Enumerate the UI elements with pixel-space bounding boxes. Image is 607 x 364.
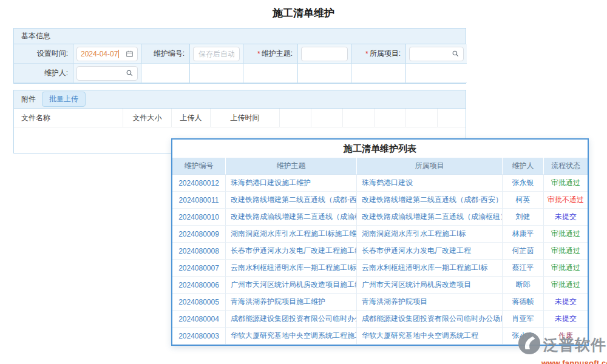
cell-maintain-no[interactable]: 2024080007 — [172, 260, 226, 277]
maintain-no-label: 维护编号: — [141, 44, 190, 64]
maintain-no-input-box — [193, 47, 240, 61]
cell-topic[interactable]: 成都能源建设集团投资有限公司临时办公场所... — [226, 311, 357, 328]
vendor-brand-text: 泛普软件 — [543, 337, 606, 352]
cell-status: 审批通过 — [544, 243, 588, 260]
table-row[interactable]: 2024080008 长春市伊通河水力发电厂改建工程施工维护 长春市伊通河水力发… — [172, 243, 588, 260]
cell-project[interactable]: 长春市伊通河水力发电厂改建工程 — [357, 243, 503, 260]
empty-cell — [141, 64, 190, 83]
cell-project[interactable]: 云南水利枢纽潜明水库一期工程施工I标 — [357, 260, 503, 277]
topic-input[interactable] — [305, 49, 344, 59]
topic-input-box — [301, 47, 348, 61]
cell-person: 张永银 — [503, 175, 544, 192]
batch-upload-button[interactable]: 批量上传 — [42, 92, 86, 107]
basic-info-section-header: 基本信息 — [14, 29, 466, 44]
table-row[interactable]: 2024080010 改建铁路成渝线增建第二直通线（成渝枢纽）... 改建铁路成… — [172, 209, 588, 226]
col-empty — [343, 109, 375, 127]
cell-topic[interactable]: 长春市伊通河水力发电厂改建工程施工维护 — [226, 243, 357, 260]
maintain-no-input[interactable] — [197, 49, 236, 59]
cell-person: 断郎 — [503, 277, 544, 294]
cell-person: 林康平 — [503, 226, 544, 243]
col-empty — [375, 109, 406, 127]
project-input[interactable] — [413, 49, 452, 59]
set-time-cell: 2024-04-07 — [73, 44, 141, 64]
cell-person: 柯英 — [503, 192, 544, 209]
cell-project[interactable]: 广州市天河区统计局机房改造项目 — [357, 277, 503, 294]
cell-topic[interactable]: 改建铁路线增建第二线直通线（成都-西安）电... — [226, 192, 357, 209]
cell-project[interactable]: 改建铁路线增建第二线直通线（成都-西安）电... — [357, 192, 503, 209]
basic-info-panel: 基本信息 设置时间: 2024-04-07 维护编号: — [13, 28, 466, 84]
cell-maintain-no[interactable]: 2024080006 — [172, 277, 226, 294]
col-project: 所属项目 — [357, 158, 503, 175]
topic-cell — [298, 44, 351, 64]
set-time-label: 设置时间: — [14, 44, 73, 64]
cell-person: 刘健 — [503, 209, 544, 226]
cell-topic[interactable]: 改建铁路成渝线增建第二直通线（成渝枢纽）... — [226, 209, 357, 226]
calendar-icon[interactable] — [126, 50, 134, 58]
cell-maintain-no[interactable]: 2024080009 — [172, 226, 226, 243]
cell-person: 何芷茵 — [503, 243, 544, 260]
table-row[interactable]: 2024080006 广州市天河区统计局机房改造项目施工维护 广州市天河区统计局… — [172, 277, 588, 294]
cell-maintain-no[interactable]: 2024080005 — [172, 294, 226, 311]
cell-project[interactable]: 珠海鹤港口建设 — [357, 175, 503, 192]
vendor-watermark: 泛普软件 www.fanpusoft.com — [517, 331, 607, 364]
search-icon[interactable] — [452, 50, 459, 58]
cell-topic[interactable]: 湖南洞庭湖水库引水工程施工I标施工维护 — [226, 226, 357, 243]
text-caret — [118, 50, 119, 58]
col-person: 维护人 — [503, 158, 544, 175]
basic-info-form: 设置时间: 2024-04-07 维护编号: * 维护主题: — [14, 44, 466, 83]
fanpu-logo-icon — [517, 331, 541, 358]
cell-status: 未提交 — [544, 311, 588, 328]
cell-person: 蒋德帧 — [503, 294, 544, 311]
cell-maintain-no[interactable]: 2024080012 — [172, 175, 226, 192]
col-file-size: 文件大小 — [123, 109, 172, 127]
cell-status: 审批不通过 — [544, 192, 588, 209]
maintainer-label: 维护人: — [14, 64, 73, 83]
maintainer-cell — [73, 64, 141, 83]
search-icon[interactable] — [126, 69, 134, 77]
cell-maintain-no[interactable]: 2024080010 — [172, 209, 226, 226]
table-row[interactable]: 2024080009 湖南洞庭湖水库引水工程施工I标施工维护 湖南洞庭湖水库引水… — [172, 226, 588, 243]
cell-status: 审批通过 — [544, 260, 588, 277]
vendor-url-text: www.fanpusoft.com — [541, 359, 607, 364]
empty-cell — [406, 64, 467, 83]
cell-topic[interactable]: 华软大厦研究基地中央空调系统工程施工维护 — [226, 328, 357, 345]
cell-project[interactable]: 湖南洞庭湖水库引水工程施工I标 — [357, 226, 503, 243]
project-input-box — [409, 47, 464, 61]
empty-cell — [351, 64, 406, 83]
empty-cell — [190, 64, 243, 83]
required-asterisk: * — [257, 50, 260, 58]
topic-label: * 维护主题: — [243, 44, 298, 64]
cell-maintain-no[interactable]: 2024080011 — [172, 192, 226, 209]
col-file-name: 文件名称 — [14, 109, 123, 127]
cell-project[interactable]: 成都能源建设集团投资有限公司临时办公场所... — [357, 311, 503, 328]
cell-project[interactable]: 青海洪湖养护院项目 — [357, 294, 503, 311]
basic-info-section-title: 基本信息 — [21, 31, 50, 41]
maintenance-list-panel: 施工清单维护列表 维护编号 维护主题 所属项目 维护人 流程状态 2024080… — [171, 138, 589, 346]
table-row[interactable]: 2024080011 改建铁路线增建第二线直通线（成都-西安）电... 改建铁路… — [172, 192, 588, 209]
cell-status: 审批通过 — [544, 277, 588, 294]
empty-cell — [298, 64, 351, 83]
cell-project[interactable]: 华软大厦研究基地中央空调系统工程 — [357, 328, 503, 345]
maintain-no-cell — [190, 44, 243, 64]
list-panel-title: 施工清单维护列表 — [172, 140, 588, 158]
cell-status: 审批通过 — [544, 226, 588, 243]
cell-status: 未提交 — [544, 294, 588, 311]
maintainer-input[interactable] — [81, 69, 126, 78]
table-row[interactable]: 2024080012 珠海鹤港口建设施工维护 珠海鹤港口建设 张永银 审批通过 — [172, 175, 588, 192]
cell-topic[interactable]: 云南水利枢纽潜明水库一期工程施工I标施工维护 — [226, 260, 357, 277]
cell-maintain-no[interactable]: 2024080008 — [172, 243, 226, 260]
cell-topic[interactable]: 珠海鹤港口建设施工维护 — [226, 175, 357, 192]
cell-project[interactable]: 改建铁路成渝线增建第二直通线（成渝枢纽）... — [357, 209, 503, 226]
set-time-input[interactable]: 2024-04-07 — [76, 47, 138, 61]
col-topic: 维护主题 — [226, 158, 357, 175]
table-row[interactable]: 2024080005 青海洪湖养护院项目施工维护 青海洪湖养护院项目 蒋德帧 未… — [172, 294, 588, 311]
cell-maintain-no[interactable]: 2024080003 — [172, 328, 226, 345]
project-label: * 所属项目: — [351, 44, 406, 64]
page-title: 施工清单维护 — [0, 6, 607, 20]
cell-topic[interactable]: 广州市天河区统计局机房改造项目施工维护 — [226, 277, 357, 294]
cell-topic[interactable]: 青海洪湖养护院项目施工维护 — [226, 294, 357, 311]
cell-maintain-no[interactable]: 2024080004 — [172, 311, 226, 328]
table-row[interactable]: 2024080004 成都能源建设集团投资有限公司临时办公场所... 成都能源建… — [172, 311, 588, 328]
col-empty — [280, 109, 311, 127]
table-row[interactable]: 2024080007 云南水利枢纽潜明水库一期工程施工I标施工维护 云南水利枢纽… — [172, 260, 588, 277]
